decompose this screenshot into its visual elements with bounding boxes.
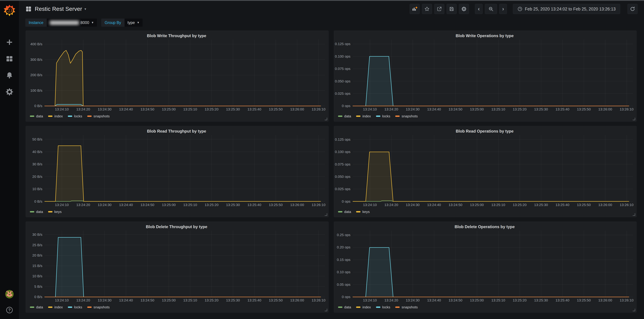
title-caret-icon[interactable]: ▾ — [84, 7, 86, 11]
legend-item-index[interactable]: index — [48, 114, 63, 118]
share-button[interactable] — [434, 4, 444, 14]
refresh-button[interactable] — [628, 4, 638, 14]
zoom-out-button[interactable] — [485, 4, 497, 14]
x-tick-label: 13:26:10 — [312, 298, 326, 302]
legend-item-data[interactable]: data — [30, 114, 43, 118]
y-tick-label: 0.025 ops — [335, 92, 350, 96]
navbar: Restic Rest Server ▾ ‹ — [19, 1, 644, 17]
legend-swatch — [48, 211, 52, 212]
panel-resize-handle[interactable] — [633, 309, 635, 311]
panel-title[interactable]: Blob Delete Operations by type — [336, 224, 633, 230]
y-axis-labels: 0 B/s100 B/s200 B/s300 B/s400 B/s — [28, 40, 45, 106]
y-tick-label: 0 B/s — [34, 104, 42, 108]
panel-title[interactable]: Blob Read Throughput by type — [28, 128, 325, 135]
legend: dataindexlockssnapshots — [336, 112, 633, 120]
help-icon[interactable]: ? — [6, 306, 13, 314]
y-tick-label: 0.050 ops — [335, 79, 350, 83]
plot-area[interactable] — [45, 230, 325, 297]
panel-resize-handle[interactable] — [633, 213, 635, 216]
x-tick-label: 13:24:30 — [406, 107, 420, 111]
x-tick-label: 13:25:30 — [534, 203, 548, 207]
x-tick-label: 13:24:50 — [140, 298, 154, 302]
legend-item-data[interactable]: data — [30, 305, 43, 309]
legend-item-keys[interactable]: keys — [356, 210, 370, 214]
legend-item-data[interactable]: data — [338, 305, 351, 309]
legend-item-locks[interactable]: locks — [376, 114, 390, 118]
legend-swatch — [48, 116, 52, 117]
plot-area[interactable] — [353, 135, 633, 201]
create-plus-icon[interactable] — [6, 38, 13, 46]
x-tick-label: 13:25:40 — [248, 107, 261, 111]
panel-resize-handle[interactable] — [633, 118, 635, 120]
x-tick-label: 13:25:00 — [470, 203, 484, 207]
save-button[interactable] — [446, 4, 457, 14]
user-avatar[interactable] — [5, 290, 14, 298]
legend-item-data[interactable]: data — [30, 210, 43, 214]
panel-title[interactable]: Blob Write Throughput by type — [28, 33, 325, 40]
x-tick-label: 13:24:50 — [448, 203, 462, 207]
plot-area[interactable] — [45, 135, 325, 201]
x-tick-label: 13:25:50 — [577, 107, 591, 111]
x-tick-label: 13:25:50 — [577, 203, 591, 207]
alerting-bell-icon[interactable] — [6, 72, 13, 79]
dashboard-title[interactable]: Restic Rest Server — [35, 6, 82, 12]
x-tick-label: 13:25:00 — [470, 107, 484, 111]
y-tick-label: 0.075 ops — [335, 162, 350, 166]
legend-label: index — [54, 305, 63, 309]
legend: dataindexlockssnapshots — [28, 303, 325, 311]
x-tick-label: 13:25:10 — [492, 203, 505, 207]
y-tick-label: 0.25 ops — [337, 233, 350, 237]
x-tick-label: 13:24:40 — [119, 107, 133, 111]
plot-area[interactable] — [353, 40, 633, 106]
panel-title[interactable]: Blob Read Operations by type — [336, 128, 633, 135]
star-button[interactable] — [422, 4, 432, 14]
x-tick-label: 13:26:10 — [620, 298, 634, 302]
legend-item-locks[interactable]: locks — [376, 305, 390, 309]
plot-area[interactable] — [353, 230, 633, 297]
legend-item-snapshots[interactable]: snapshots — [395, 305, 418, 309]
legend-item-locks[interactable]: locks — [68, 114, 82, 118]
legend-item-index[interactable]: index — [48, 305, 63, 309]
legend-item-snapshots[interactable]: snapshots — [395, 114, 418, 118]
x-tick-label: 13:25:40 — [556, 298, 570, 302]
legend-item-snapshots[interactable]: snapshots — [87, 114, 110, 118]
panel-title[interactable]: Blob Delete Throughput by type — [28, 224, 325, 230]
y-tick-label: 20 B/s — [32, 253, 42, 257]
legend-item-index[interactable]: index — [356, 114, 371, 118]
legend-item-data[interactable]: data — [338, 210, 351, 214]
dashboards-icon[interactable] — [6, 55, 13, 63]
panel-resize-handle[interactable] — [325, 118, 327, 120]
plot-area[interactable] — [45, 40, 325, 106]
configuration-gear-icon[interactable] — [6, 88, 13, 96]
svg-text:?: ? — [8, 308, 11, 312]
y-tick-label: 100 B/s — [30, 89, 42, 93]
legend-item-index[interactable]: index — [356, 305, 371, 309]
grafana-logo-icon[interactable] — [3, 4, 16, 17]
time-range-picker[interactable]: Feb 25, 2020 13:24:02 to Feb 25, 2020 13… — [513, 4, 620, 14]
chart-blob-delete-throughput: 0 B/s5 B/s10 B/s15 B/s20 B/s25 B/s30 B/s… — [28, 230, 325, 303]
legend-label: locks — [382, 114, 390, 118]
y-tick-label: 30 B/s — [32, 162, 42, 166]
dashboard-settings-button[interactable] — [459, 4, 469, 14]
time-range-forward-button[interactable]: › — [499, 4, 507, 14]
x-tick-label: 13:24:20 — [76, 203, 90, 207]
legend-item-snapshots[interactable]: snapshots — [87, 305, 110, 309]
x-tick-label: 13:25:40 — [556, 203, 570, 207]
dashboard-grid-icon[interactable] — [25, 6, 32, 12]
add-panel-button[interactable] — [410, 4, 420, 14]
panel-resize-handle[interactable] — [325, 309, 327, 311]
x-tick-label: 13:26:00 — [598, 203, 612, 207]
chevron-down-icon: ▼ — [137, 21, 140, 24]
groupby-dropdown[interactable]: type ▼ — [124, 19, 142, 27]
legend-item-keys[interactable]: keys — [48, 210, 62, 214]
panel-resize-handle[interactable] — [325, 213, 327, 216]
panel-title[interactable]: Blob Write Operations by type — [336, 33, 633, 40]
time-range-back-button[interactable]: ‹ — [475, 4, 483, 14]
x-tick-label: 13:24:10 — [55, 298, 69, 302]
legend-item-locks[interactable]: locks — [68, 305, 82, 309]
x-tick-label: 13:26:10 — [312, 107, 326, 111]
legend-item-data[interactable]: data — [338, 114, 351, 118]
legend-label: data — [344, 114, 351, 118]
legend-label: data — [344, 210, 351, 214]
instance-dropdown[interactable]: ██████████████ 8000 ▼ — [47, 19, 97, 27]
